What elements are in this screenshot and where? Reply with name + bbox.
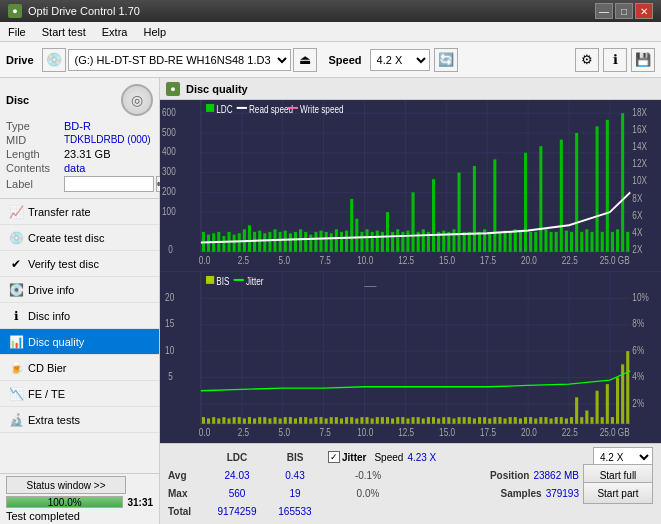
extra-tests-icon: 🔬 [8,412,24,428]
disc-panel-header: Disc ◎ [6,84,153,116]
sidebar-item-create-test-disc[interactable]: 💿 Create test disc [0,225,159,251]
disc-length-row: Length 23.31 GB [6,148,153,160]
svg-rect-39 [299,229,302,251]
svg-rect-210 [483,417,486,424]
svg-rect-54 [376,231,379,252]
svg-rect-169 [273,417,276,424]
svg-rect-95 [585,229,588,251]
disc-label-input[interactable] [64,176,154,192]
svg-text:LDC: LDC [216,103,233,115]
sidebar-item-disc-info[interactable]: ℹ Disc info [0,303,159,329]
svg-rect-98 [601,232,604,252]
svg-rect-32 [263,233,266,251]
svg-rect-204 [452,418,455,423]
speed-select[interactable]: 4.2 X [370,49,430,71]
sidebar-item-verify-test-disc[interactable]: ✔ Verify test disc [0,251,159,277]
menu-file[interactable]: File [4,25,30,39]
drive-icon-btn[interactable]: 💿 [42,48,66,72]
svg-rect-199 [427,417,430,424]
menu-extra[interactable]: Extra [98,25,132,39]
svg-rect-102 [621,113,624,252]
svg-text:17.5: 17.5 [480,425,496,437]
sidebar-item-drive-info[interactable]: 💽 Drive info [0,277,159,303]
sidebar-item-label: Drive info [28,284,74,296]
avg-jitter: -0.1% [328,470,408,481]
menu-start-test[interactable]: Start test [38,25,90,39]
svg-rect-158 [217,418,220,423]
svg-rect-155 [202,417,205,424]
svg-rect-165 [253,418,256,423]
svg-rect-159 [222,417,225,424]
svg-rect-51 [360,232,363,252]
sidebar-item-disc-quality[interactable]: 📊 Disc quality [0,329,159,355]
svg-rect-238 [626,351,629,424]
svg-rect-56 [386,212,389,252]
start-part-button[interactable]: Start part [583,482,653,504]
svg-rect-206 [463,417,466,424]
drive-info-icon: 💽 [8,282,24,298]
stats-area: LDC BIS ✓ Jitter Speed 4.23 X 4.2 X [160,443,661,524]
close-button[interactable]: ✕ [635,3,653,19]
svg-rect-38 [294,232,297,252]
svg-rect-27 [238,233,241,251]
svg-rect-52 [366,229,369,251]
sidebar-item-extra-tests[interactable]: 🔬 Extra tests [0,407,159,433]
svg-text:25.0 GB: 25.0 GB [600,254,630,266]
svg-rect-193 [396,417,399,424]
svg-text:20.0: 20.0 [521,254,537,266]
maximize-button[interactable]: □ [615,3,633,19]
svg-rect-171 [284,417,287,424]
status-window-button[interactable]: Status window >> [6,476,126,494]
svg-rect-184 [350,417,353,424]
position-value: 23862 MB [533,470,579,481]
svg-rect-178 [320,417,323,424]
svg-rect-200 [432,417,435,424]
svg-rect-190 [381,417,384,424]
svg-rect-88 [550,232,553,252]
svg-text:0: 0 [168,243,173,255]
disc-panel: Disc ◎ Type BD-R MID TDKBLDRBD (000) Len… [0,78,159,199]
svg-rect-177 [314,417,317,424]
minimize-button[interactable]: — [595,3,613,19]
drive-select[interactable]: (G:) HL-DT-ST BD-RE WH16NS48 1.D3 [68,49,291,71]
svg-rect-205 [458,417,461,424]
svg-text:15.0: 15.0 [439,254,455,266]
settings-button[interactable]: ⚙ [575,48,599,72]
svg-text:17.5: 17.5 [480,254,496,266]
svg-text:8X: 8X [632,192,643,204]
svg-text:2%: 2% [632,396,644,408]
disc-type-value: BD-R [64,120,91,132]
eject-button[interactable]: ⏏ [293,48,317,72]
svg-rect-47 [340,232,343,252]
svg-rect-36 [284,231,287,252]
svg-rect-224 [555,417,558,424]
sidebar-item-cd-bier[interactable]: 🍺 CD Bier [0,355,159,381]
svg-rect-180 [330,417,333,424]
svg-rect-45 [330,233,333,251]
refresh-button[interactable]: 🔄 [434,48,458,72]
svg-rect-228 [575,397,578,423]
disc-type-row: Type BD-R [6,120,153,132]
sidebar-item-transfer-rate[interactable]: 📈 Transfer rate [0,199,159,225]
svg-rect-182 [340,418,343,423]
menu-help[interactable]: Help [139,25,170,39]
disc-section-title: Disc [6,94,29,106]
svg-rect-162 [238,417,241,424]
menubar: File Start test Extra Help [0,22,661,42]
svg-rect-156 [207,418,210,423]
max-bis: 19 [270,488,320,499]
svg-text:___: ___ [364,277,377,287]
svg-rect-163 [243,418,246,423]
svg-rect-96 [590,232,593,252]
svg-rect-57 [391,232,394,252]
transfer-rate-icon: 📈 [8,204,24,220]
svg-rect-30 [253,232,256,252]
sidebar-item-fe-te[interactable]: 📉 FE / TE [0,381,159,407]
disc-icon: ◎ [121,84,153,116]
svg-text:10.0: 10.0 [357,425,373,437]
save-button[interactable]: 💾 [631,48,655,72]
svg-rect-167 [263,417,266,424]
jitter-checkbox[interactable]: ✓ [328,451,340,463]
info-button[interactable]: ℹ [603,48,627,72]
svg-text:20: 20 [165,290,174,302]
